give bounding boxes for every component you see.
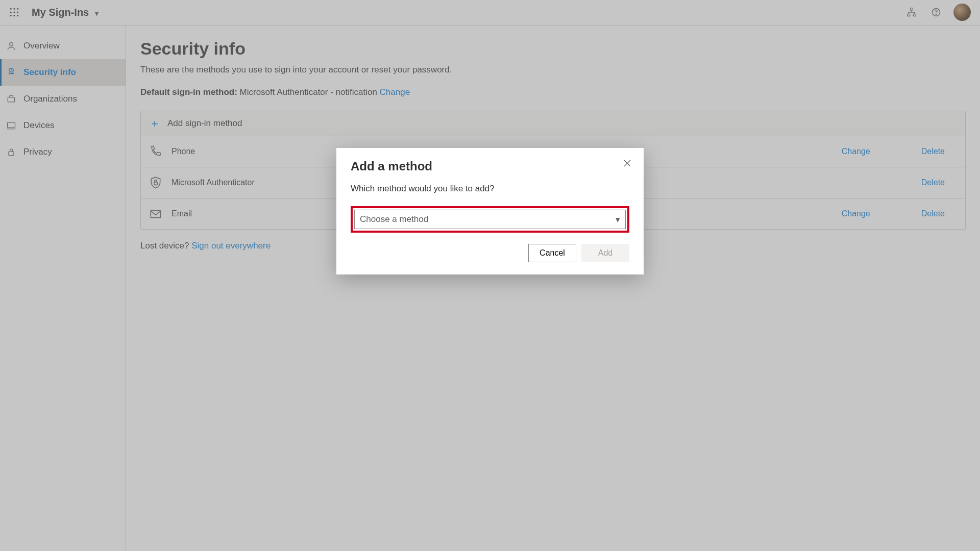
add-method-dialog: Add a method Which method would you like… [336, 148, 644, 274]
method-select-placeholder: Choose a method [360, 214, 428, 224]
chevron-down-icon: ▾ [616, 214, 620, 225]
modal-overlay: Add a method Which method would you like… [0, 0, 980, 551]
highlight-box: Choose a method ▾ [351, 206, 629, 233]
close-icon[interactable] [620, 156, 634, 170]
add-button[interactable]: Add [581, 244, 629, 262]
dialog-title: Add a method [351, 159, 629, 173]
dialog-prompt: Which method would you like to add? [351, 184, 629, 194]
method-select[interactable]: Choose a method ▾ [354, 210, 626, 229]
cancel-button[interactable]: Cancel [528, 244, 576, 262]
